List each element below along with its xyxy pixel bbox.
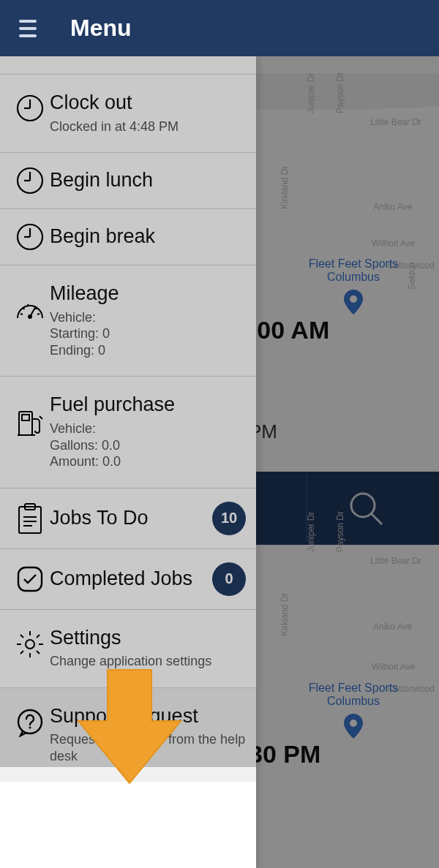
gear-icon <box>15 629 45 660</box>
navigation-drawer: Clock out Clocked in at 4:48 PM Begin lu… <box>0 56 256 868</box>
menu-item-mileage[interactable]: Mileage Vehicle: Starting: 0 Ending: 0 <box>0 265 256 377</box>
menu-item-subtitle: Request assistance from the help desk <box>50 731 246 764</box>
clock-icon <box>15 222 45 252</box>
svg-point-14 <box>29 315 31 318</box>
menu-item-label: Jobs To Do <box>50 507 206 529</box>
menu-item-subtitle: Change application settings <box>50 653 246 670</box>
menu-item-begin-break[interactable]: Begin break <box>0 209 256 265</box>
svg-point-29 <box>26 640 34 649</box>
clock-icon <box>15 166 45 195</box>
svg-rect-28 <box>18 567 42 591</box>
menu-item-label: Begin lunch <box>50 170 246 192</box>
jobs-done-badge: 0 <box>212 562 246 596</box>
svg-line-17 <box>28 304 29 306</box>
menu-item-label: Mileage <box>50 283 246 305</box>
menu-item-fuel-purchase[interactable]: Fuel purchase Vehicle: Gallons: 0.0 Amou… <box>0 377 256 488</box>
svg-line-19 <box>37 314 40 314</box>
check-icon <box>15 565 45 594</box>
hamburger-menu-icon[interactable] <box>19 20 37 37</box>
svg-line-15 <box>20 314 23 314</box>
svg-point-30 <box>18 710 42 733</box>
menu-item-label: Clock out <box>50 92 246 114</box>
menu-item-support-request[interactable]: Support Request Request assistance from … <box>0 688 256 782</box>
menu-item-label: Completed Jobs <box>50 568 206 590</box>
svg-line-16 <box>23 308 25 309</box>
menu-item-settings[interactable]: Settings Change application settings <box>0 610 256 688</box>
menu-item-begin-lunch[interactable]: Begin lunch <box>0 153 256 209</box>
clock-icon <box>15 94 45 123</box>
menu-item-subtitle: Vehicle: Gallons: 0.0 Amount: 0.0 <box>50 420 246 470</box>
menu-item-label: Begin break <box>50 226 246 248</box>
menu-item-subtitle: Clocked in at 4:48 PM <box>50 118 246 135</box>
menu-item-label: Support Request <box>50 706 246 728</box>
svg-rect-21 <box>22 415 29 420</box>
fuel-pump-icon <box>15 407 45 438</box>
svg-rect-23 <box>19 507 41 533</box>
menu-item-clock-out[interactable]: Clock out Clocked in at 4:48 PM <box>0 74 256 153</box>
clipboard-icon <box>16 502 44 535</box>
help-icon <box>15 707 45 738</box>
svg-line-18 <box>36 308 38 309</box>
menu-item-jobs-todo[interactable]: Jobs To Do 10 <box>0 488 256 549</box>
gauge-icon <box>15 296 45 327</box>
menu-item-label: Fuel purchase <box>50 394 246 416</box>
menu-item-subtitle: Vehicle: Starting: 0 Ending: 0 <box>50 309 246 359</box>
menu-item-completed-jobs[interactable]: Completed Jobs 0 <box>0 549 256 610</box>
jobs-todo-badge: 10 <box>212 502 246 535</box>
app-header: Menu <box>0 0 439 56</box>
svg-point-31 <box>29 726 31 728</box>
header-title: Menu <box>70 15 132 42</box>
menu-item-label: Settings <box>50 627 246 649</box>
